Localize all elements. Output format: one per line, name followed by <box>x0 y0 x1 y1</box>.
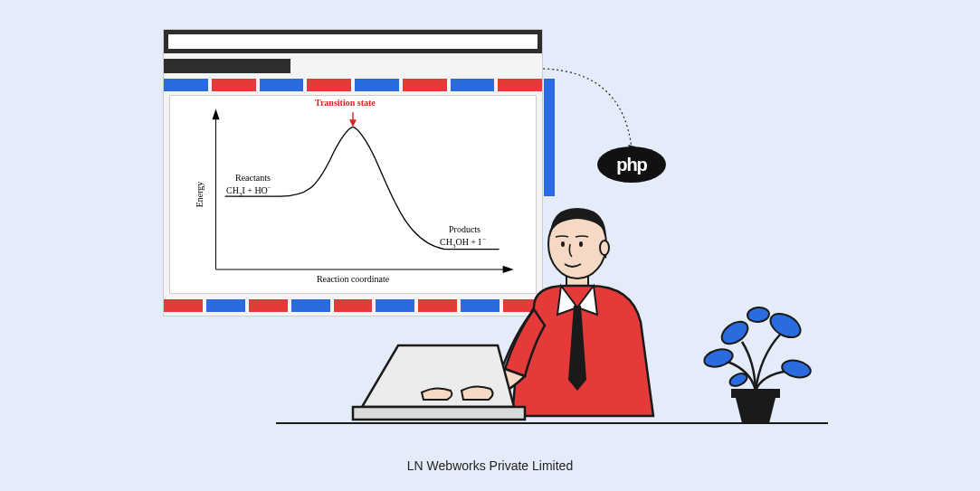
browser-url-bar <box>164 30 542 53</box>
svg-point-16 <box>702 346 735 370</box>
footer-text: LN Webworks Private Limited <box>407 458 573 473</box>
y-axis-label: Energy <box>195 182 205 208</box>
plant-illustration <box>697 298 814 425</box>
transition-state-label: Transition state <box>315 98 376 108</box>
php-logo: php <box>597 146 666 183</box>
svg-point-9 <box>600 241 609 255</box>
php-text: php <box>616 155 647 175</box>
svg-point-15 <box>766 308 804 342</box>
browser-tab <box>164 59 290 73</box>
reactants-label: Reactants <box>235 173 271 183</box>
svg-rect-12 <box>353 407 525 420</box>
svg-point-10 <box>561 241 565 247</box>
svg-point-11 <box>579 241 583 247</box>
svg-marker-2 <box>212 109 219 119</box>
svg-point-17 <box>780 358 812 380</box>
side-stripe <box>544 79 555 196</box>
svg-point-18 <box>747 307 769 323</box>
dashed-connector <box>541 67 659 157</box>
reactants-formula: CH3I + HO− <box>226 184 271 198</box>
svg-marker-5 <box>349 119 357 127</box>
svg-point-14 <box>718 317 752 349</box>
x-axis-label: Reaction coordinate <box>317 274 389 284</box>
decorative-stripe-top <box>164 79 542 91</box>
products-label: Products <box>449 224 480 234</box>
laptop-illustration <box>335 344 543 425</box>
